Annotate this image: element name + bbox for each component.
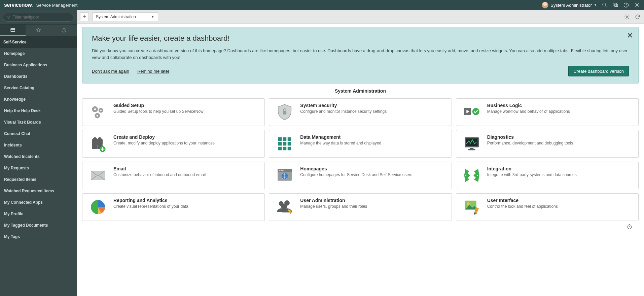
settings-icon[interactable] [624, 14, 630, 20]
admin-card[interactable]: Business LogicManage workflow and behavi… [456, 98, 639, 126]
sidebar-item[interactable]: Visual Task Boards [0, 117, 77, 128]
admin-card[interactable]: System SecurityConfigure and monitor Ins… [269, 98, 452, 126]
card-title: Guided Setup [113, 103, 204, 108]
admin-card[interactable]: User AdministrationManage users, groups … [269, 193, 452, 221]
svg-rect-2 [613, 3, 617, 6]
sidebar-item[interactable]: Service Catalog [0, 82, 77, 94]
dropdown-arrow-icon: ▼ [151, 15, 154, 19]
card-title: System Security [300, 103, 387, 108]
user-name: System Administrator [550, 3, 592, 8]
nav-tab-favorites[interactable] [26, 25, 51, 36]
sidebar-item[interactable]: Incidents [0, 139, 77, 151]
card-title: Integration [487, 166, 577, 171]
promo-body: Did you know you can create a dashboard … [92, 47, 629, 61]
user-menu[interactable]: System Administrator ▼ [542, 2, 597, 8]
svg-point-6 [636, 4, 638, 6]
nav-tab-history[interactable] [51, 25, 77, 36]
sidebar-item[interactable]: Homepage [0, 48, 77, 59]
close-icon[interactable]: ✕ [627, 31, 633, 40]
admin-card[interactable]: DiagnosticsPerformance, development and … [456, 130, 639, 158]
svg-rect-29 [278, 142, 282, 146]
card-desc: Performance, development and debugging t… [487, 140, 573, 146]
card-title: Diagnostics [487, 134, 573, 140]
dashboard-promo: ✕ Make your life easier, create a dashbo… [82, 27, 639, 84]
card-title: User Administration [300, 198, 367, 203]
svg-point-10 [626, 16, 628, 18]
svg-point-42 [279, 170, 280, 171]
card-desc: Manage users, groups and their roles [300, 204, 367, 209]
timing-icon[interactable] [627, 224, 633, 230]
card-title: Data Management [300, 134, 381, 140]
funnel-icon [6, 15, 10, 19]
promo-heading: Make your life easier, create a dashboar… [92, 34, 629, 43]
admin-card[interactable]: Create and DeployCreate, modify and depl… [82, 130, 265, 158]
admin-card[interactable]: Data ManagementManage the way data is st… [269, 130, 452, 158]
nav-section-header[interactable]: Self-Service [0, 36, 77, 48]
card-title: Homepages [300, 166, 412, 171]
admin-card[interactable]: Reporting and AnalyticsCreate visual rep… [82, 193, 265, 221]
admin-card[interactable]: IntegrationIntegrate with 3rd-party syst… [456, 162, 639, 189]
sidebar-item[interactable]: My Connected Apps [0, 197, 77, 208]
admin-card[interactable]: EmailCustomize behavior of inbound and o… [82, 162, 265, 189]
chat-icon[interactable] [612, 2, 618, 8]
svg-rect-38 [468, 149, 475, 151]
admin-card[interactable]: HomepagesConfigure homepages for Service… [269, 162, 452, 189]
filter-navigator[interactable] [3, 13, 74, 22]
sidebar-item[interactable]: Requested Items [0, 174, 77, 185]
admin-card[interactable]: Guided SetupGuided Setup tools to help y… [82, 98, 265, 126]
svg-point-14 [94, 108, 96, 110]
filter-input[interactable] [12, 15, 70, 20]
card-title: Business Logic [487, 103, 570, 108]
svg-point-44 [282, 170, 284, 171]
nav-tab-all[interactable] [0, 25, 26, 36]
card-desc: Manage workflow and behavior of applicat… [487, 109, 570, 114]
refresh-icon[interactable] [635, 14, 641, 20]
card-desc: Configure and monitor Instance security … [300, 109, 387, 114]
admin-card[interactable]: User InterfaceControl the look and feel … [456, 193, 639, 221]
sidebar-item[interactable]: Business Applications [0, 59, 77, 71]
remind-later-link[interactable]: Remind me later [137, 69, 169, 74]
help-icon[interactable] [623, 2, 629, 8]
avatar [542, 2, 548, 8]
svg-point-52 [467, 202, 470, 205]
sidebar-item[interactable]: My Tagged Documents [0, 220, 77, 231]
search-icon[interactable] [602, 2, 608, 8]
sidebar-item[interactable]: Watched Incidents [0, 151, 77, 162]
svg-rect-27 [283, 137, 287, 141]
sidebar-item[interactable]: Watched Requested Items [0, 185, 77, 197]
sidebar-item[interactable]: Help the Help Desk [0, 105, 77, 117]
card-desc: Configure homepages for Service Desk and… [300, 172, 412, 178]
paint-icon [462, 198, 482, 217]
caret-down-icon: ▼ [594, 3, 597, 7]
sidebar-item[interactable]: My Requests [0, 162, 77, 174]
dont-ask-link[interactable]: Don't ask me again [92, 69, 129, 74]
create-dashboard-button[interactable]: Create dashboard version [568, 66, 629, 76]
app-title: Service Management [36, 3, 78, 8]
users-icon [275, 198, 295, 217]
monitor-icon [462, 134, 482, 153]
gear-icon[interactable] [634, 2, 640, 8]
homepage-select[interactable]: System Administration ▼ [92, 12, 158, 21]
sidebar-item[interactable]: My Profile [0, 208, 77, 220]
svg-rect-7 [11, 29, 15, 32]
sidebar-item[interactable]: Knowledge [0, 94, 77, 105]
add-button[interactable]: ＋ [80, 12, 89, 21]
card-desc: Customize behavior of inbound and outbou… [113, 172, 206, 178]
logo: servicenow. [4, 2, 33, 8]
card-desc: Create visual representations of your da… [113, 204, 188, 209]
shield-icon [275, 103, 295, 122]
left-nav: Self-Service HomepageBusiness Applicatio… [0, 10, 77, 296]
svg-rect-22 [92, 139, 103, 145]
sidebar-item[interactable]: Connect Chat [0, 128, 77, 139]
svg-rect-33 [283, 147, 287, 151]
svg-point-16 [97, 115, 98, 117]
blocks-icon [88, 134, 108, 153]
sidebar-item[interactable]: Dashboards [0, 71, 77, 82]
svg-rect-32 [278, 147, 282, 151]
svg-rect-28 [288, 137, 291, 141]
toolbar: ＋ System Administration ▼ [77, 10, 644, 24]
arrowsin-icon [462, 166, 482, 185]
sidebar-item[interactable]: My Tags [0, 231, 77, 242]
svg-line-1 [605, 6, 607, 7]
svg-point-0 [603, 3, 606, 6]
